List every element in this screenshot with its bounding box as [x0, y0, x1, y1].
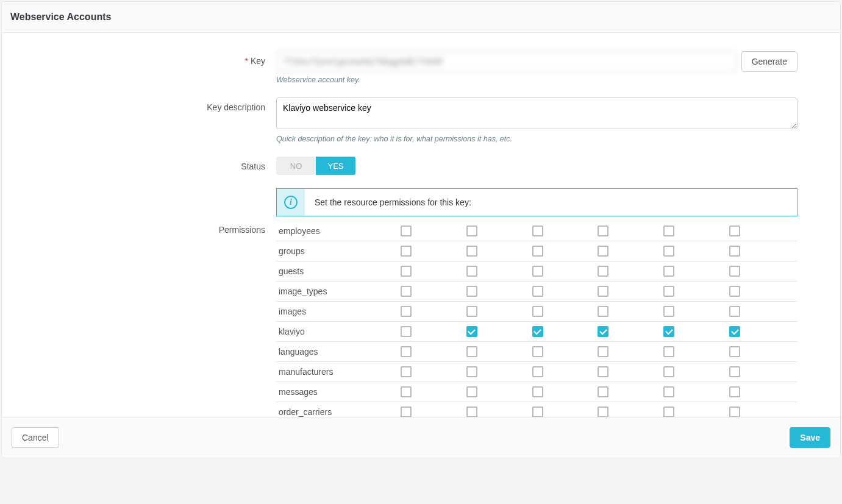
- resource-name: guests: [279, 266, 401, 276]
- permission-checkbox[interactable]: [663, 326, 674, 337]
- permission-checkbox[interactable]: [466, 366, 477, 377]
- perm-col: [532, 306, 598, 317]
- perm-col: [466, 225, 532, 236]
- permission-checkbox[interactable]: [401, 346, 412, 357]
- permission-checkbox[interactable]: [401, 366, 412, 377]
- permission-checkbox[interactable]: [401, 286, 412, 297]
- permission-checkbox[interactable]: [663, 266, 674, 277]
- perm-col: [532, 346, 598, 357]
- perm-col: [401, 225, 466, 236]
- permission-checkbox[interactable]: [663, 225, 674, 236]
- status-yes[interactable]: YES: [316, 157, 355, 175]
- perm-col: [401, 246, 466, 257]
- permission-checkbox[interactable]: [401, 306, 412, 317]
- permission-checkbox[interactable]: [466, 326, 477, 337]
- perm-col: [663, 326, 729, 337]
- permission-checkbox[interactable]: [729, 225, 740, 236]
- permission-checkbox[interactable]: [663, 386, 674, 397]
- perm-col: [466, 286, 532, 297]
- row-key: * Key Generate Webservice account key.: [45, 51, 797, 84]
- permission-checkbox[interactable]: [532, 366, 543, 377]
- permission-checkbox[interactable]: [401, 225, 412, 236]
- permission-checkbox[interactable]: [598, 406, 608, 417]
- perm-col: [663, 346, 729, 357]
- perm-col: [466, 326, 532, 337]
- permission-checkbox[interactable]: [532, 286, 543, 297]
- permission-checkbox[interactable]: [598, 366, 608, 377]
- permission-checkbox[interactable]: [663, 286, 674, 297]
- perm-col: [532, 225, 598, 236]
- perm-col: [729, 326, 795, 337]
- permission-checkbox[interactable]: [532, 266, 543, 277]
- permission-checkbox[interactable]: [729, 366, 740, 377]
- permission-checkbox[interactable]: [401, 406, 412, 417]
- permission-checkbox[interactable]: [729, 346, 740, 357]
- label-status: Status: [45, 157, 276, 171]
- permission-checkbox[interactable]: [401, 266, 412, 277]
- permission-checkbox[interactable]: [466, 225, 477, 236]
- permission-checkbox[interactable]: [466, 306, 477, 317]
- permissions-info-box: i Set the resource permissions for this …: [276, 188, 797, 216]
- permission-checkbox[interactable]: [729, 286, 740, 297]
- permission-checkbox[interactable]: [663, 246, 674, 257]
- permission-checkbox[interactable]: [598, 306, 608, 317]
- permission-checkbox[interactable]: [532, 225, 543, 236]
- permission-checkbox[interactable]: [401, 326, 412, 337]
- permission-checkbox[interactable]: [729, 266, 740, 277]
- permission-checkbox[interactable]: [466, 266, 477, 277]
- permission-checkbox[interactable]: [598, 225, 608, 236]
- perm-col: [532, 406, 598, 417]
- perm-col: [401, 326, 466, 337]
- table-row: klaviyo: [276, 322, 797, 342]
- permission-checkbox[interactable]: [466, 286, 477, 297]
- permission-checkbox[interactable]: [598, 326, 608, 337]
- permission-checkbox[interactable]: [401, 246, 412, 257]
- permission-checkbox[interactable]: [532, 346, 543, 357]
- help-description: Quick description of the key: who it is …: [276, 135, 797, 143]
- permission-checkbox[interactable]: [598, 246, 608, 257]
- table-row: groups: [276, 241, 797, 261]
- permission-checkbox[interactable]: [663, 406, 674, 417]
- perm-col: [466, 306, 532, 317]
- field-description: Quick description of the key: who it is …: [276, 98, 797, 143]
- permission-checkbox[interactable]: [466, 346, 477, 357]
- info-icon: i: [284, 196, 298, 209]
- permission-checkbox[interactable]: [532, 406, 543, 417]
- status-no[interactable]: NO: [276, 157, 316, 175]
- permission-checkbox[interactable]: [729, 246, 740, 257]
- help-key: Webservice account key.: [276, 76, 797, 84]
- perm-col: [532, 286, 598, 297]
- perm-col: [729, 346, 795, 357]
- perm-cols: [401, 286, 795, 297]
- resource-name: manufacturers: [279, 367, 401, 377]
- save-button[interactable]: Save: [790, 427, 830, 448]
- permission-checkbox[interactable]: [729, 326, 740, 337]
- permission-checkbox[interactable]: [466, 246, 477, 257]
- perm-col: [401, 346, 466, 357]
- permission-checkbox[interactable]: [729, 386, 740, 397]
- permission-checkbox[interactable]: [663, 366, 674, 377]
- permission-checkbox[interactable]: [466, 386, 477, 397]
- key-input[interactable]: [276, 51, 737, 72]
- permission-checkbox[interactable]: [663, 306, 674, 317]
- permission-checkbox[interactable]: [532, 326, 543, 337]
- permission-checkbox[interactable]: [532, 246, 543, 257]
- permission-checkbox[interactable]: [729, 306, 740, 317]
- panel-body: * Key Generate Webservice account key. K…: [2, 33, 840, 417]
- description-textarea[interactable]: [276, 98, 797, 129]
- permission-checkbox[interactable]: [532, 306, 543, 317]
- perm-col: [663, 386, 729, 397]
- generate-button[interactable]: Generate: [741, 51, 797, 72]
- permission-checkbox[interactable]: [532, 386, 543, 397]
- permission-checkbox[interactable]: [598, 386, 608, 397]
- permission-checkbox[interactable]: [466, 406, 477, 417]
- cancel-button[interactable]: Cancel: [12, 427, 59, 448]
- permission-checkbox[interactable]: [663, 346, 674, 357]
- permission-checkbox[interactable]: [598, 346, 608, 357]
- perm-col: [401, 286, 466, 297]
- permission-checkbox[interactable]: [729, 406, 740, 417]
- permission-checkbox[interactable]: [598, 266, 608, 277]
- permission-checkbox[interactable]: [598, 286, 608, 297]
- field-status: NO YES: [276, 157, 797, 175]
- permission-checkbox[interactable]: [401, 386, 412, 397]
